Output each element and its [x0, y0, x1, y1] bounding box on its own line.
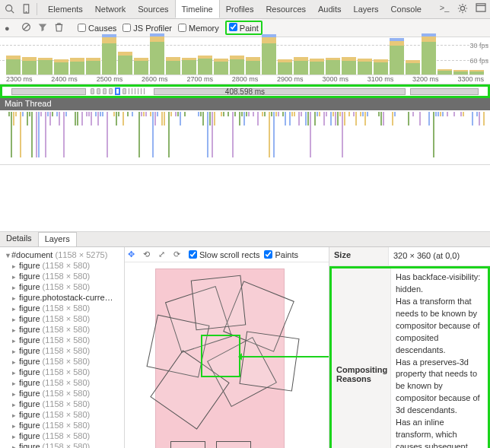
search-icon[interactable]: [3, 4, 15, 15]
btab-details[interactable]: Details: [0, 232, 38, 246]
overview-strip[interactable]: 408.598 ms: [0, 84, 490, 98]
layer-canvas[interactable]: ✥ ⟲ ⤢ ⟳ Slow scroll rects Paints: [125, 247, 329, 448]
layer-outline[interactable]: [239, 331, 299, 391]
details-pad: [0, 165, 490, 232]
move-icon[interactable]: ✥: [128, 249, 138, 259]
overview-segment[interactable]: [11, 88, 86, 95]
record-icon[interactable]: ●: [5, 24, 15, 33]
slowscroll-checkbox[interactable]: Slow scroll rects: [189, 250, 259, 259]
jsprofiler-checkbox[interactable]: JS Profiler: [123, 24, 172, 33]
overview-segment[interactable]: [410, 88, 479, 95]
tree-item[interactable]: ▸figure (1158 × 580): [2, 356, 123, 367]
overview-pills: [91, 87, 145, 95]
memory-checkbox[interactable]: Memory: [178, 24, 219, 33]
reset-icon[interactable]: ⟳: [173, 249, 184, 259]
tree-item[interactable]: ▸figure (1158 × 580): [2, 377, 123, 388]
tree-item[interactable]: ▸figure (1158 × 580): [2, 367, 123, 377]
tree-item[interactable]: ▸figure (1158 × 580): [2, 260, 123, 271]
tab-audits[interactable]: Audits: [312, 0, 348, 18]
tab-layers[interactable]: Layers: [348, 0, 385, 18]
tree-item[interactable]: ▸figure (1158 × 580): [2, 281, 123, 292]
overview-duration: 408.598 ms: [225, 87, 265, 96]
tree-item[interactable]: ▸figure.photostack-curre…: [2, 292, 123, 303]
paint-checkbox[interactable]: Paint: [225, 21, 262, 35]
dock-icon[interactable]: [475, 3, 487, 15]
tree-item[interactable]: ▸figure (1158 × 580): [2, 431, 123, 441]
tab-sources[interactable]: Sources: [132, 0, 174, 18]
panel-tabs: Elements Network Sources Timeline Profil…: [42, 0, 428, 18]
tree-item[interactable]: ▸figure (1158 × 580): [2, 420, 123, 431]
prop-compositing: Compositing Reasons Has backface-visibil…: [329, 266, 490, 448]
layer-outline[interactable]: [191, 275, 247, 331]
jsprofiler-label: JS Profiler: [133, 24, 172, 33]
layers-pane: ▼#document (1158 × 5275) ▸figure (1158 ×…: [0, 247, 490, 448]
annotation-arrow: [240, 356, 329, 357]
time-axis: 2300 ms2400 ms2500 ms2600 ms2700 ms2800 …: [6, 75, 484, 84]
fps-bars: [6, 41, 484, 75]
tree-item[interactable]: ▸figure (1158 × 580): [2, 345, 123, 356]
tab-console[interactable]: Console: [385, 0, 428, 18]
tab-elements[interactable]: Elements: [42, 0, 89, 18]
causes-label: Causes: [88, 24, 116, 33]
gear-icon[interactable]: [457, 3, 469, 15]
btab-layers[interactable]: Layers: [38, 232, 77, 246]
gc-icon[interactable]: [55, 22, 65, 33]
prop-size: Size 320 × 360 (at 0,0): [329, 247, 490, 266]
overview-segment[interactable]: [154, 88, 406, 95]
main-thread-viz[interactable]: [0, 110, 490, 165]
clear-icon[interactable]: [21, 22, 32, 33]
timeline-controls: ● Causes JS Profiler Memory Paint: [0, 19, 490, 37]
rotate-icon[interactable]: ⟲: [143, 249, 154, 259]
device-icon[interactable]: [20, 4, 32, 15]
tree-item[interactable]: ▸figure (1158 × 580): [2, 388, 123, 399]
separator: [37, 3, 37, 15]
bottom-tabs: Details Layers: [0, 232, 490, 247]
tree-item[interactable]: ▸figure (1158 × 580): [2, 303, 123, 313]
tab-resources[interactable]: Resources: [259, 0, 312, 18]
pan-icon[interactable]: ⤢: [158, 249, 169, 259]
tab-timeline[interactable]: Timeline: [175, 0, 220, 18]
layer-tree[interactable]: ▼#document (1158 × 5275) ▸figure (1158 ×…: [0, 247, 125, 448]
tree-item[interactable]: ▸figure (1158 × 580): [2, 313, 123, 324]
tab-profiles[interactable]: Profiles: [220, 0, 260, 18]
tab-network[interactable]: Network: [89, 0, 132, 18]
drawer-icon[interactable]: >_: [438, 3, 450, 15]
devtools-toolbar: Elements Network Sources Timeline Profil…: [0, 0, 490, 19]
tree-item[interactable]: ▸figure (1158 × 580): [2, 335, 123, 345]
main-thread-header: Main Thread: [0, 98, 490, 110]
causes-checkbox[interactable]: Causes: [78, 24, 116, 33]
layer-outline[interactable]: [170, 441, 205, 448]
tree-item[interactable]: ▸figure (1158 × 580): [2, 271, 123, 281]
memory-label: Memory: [189, 24, 219, 33]
tree-item[interactable]: ▸figure (1158 × 580): [2, 324, 123, 335]
tree-item[interactable]: ▸figure (1158 × 580): [2, 441, 123, 448]
paint-label: Paint: [240, 24, 259, 33]
tree-root[interactable]: ▼#document (1158 × 5275): [2, 249, 123, 260]
layer-properties: Size 320 × 360 (at 0,0) Compositing Reas…: [329, 247, 490, 448]
tree-item[interactable]: ▸figure (1158 × 580): [2, 409, 123, 420]
paints-checkbox[interactable]: Paints: [264, 250, 298, 259]
layer-outline[interactable]: [216, 441, 251, 448]
layer-canvas-toolbar: ✥ ⟲ ⤢ ⟳ Slow scroll rects Paints: [125, 247, 329, 262]
tree-item[interactable]: ▸figure (1158 × 580): [2, 399, 123, 409]
fps-chart[interactable]: 30 fps 60 fps 2300 ms2400 ms2500 ms2600 …: [0, 37, 490, 84]
filter-icon[interactable]: [38, 23, 49, 33]
overview-selection[interactable]: [115, 87, 120, 95]
